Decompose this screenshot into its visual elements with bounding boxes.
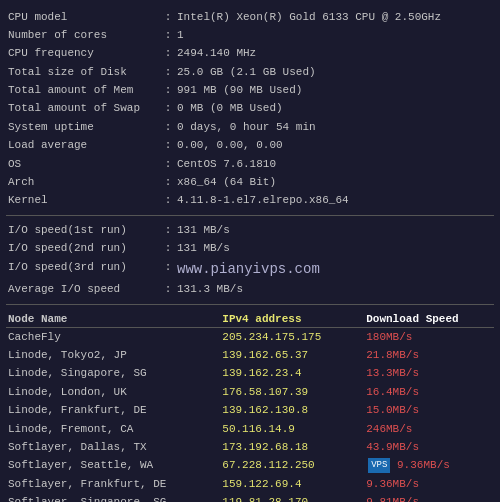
table-row: CPU frequency : 2494.140 MHz: [6, 45, 494, 63]
node-speed: VPS 9.36MB/s: [356, 457, 494, 476]
row-colon: :: [161, 137, 175, 155]
table-row: Number of cores : 1: [6, 26, 494, 44]
row-label: Total amount of Swap: [6, 100, 161, 118]
row-value: www.pianyivps.com: [175, 258, 494, 281]
col-header-speed: Download Speed: [356, 311, 494, 328]
row-label: OS: [6, 155, 161, 173]
row-label: Load average: [6, 137, 161, 155]
row-value: Intel(R) Xeon(R) Gold 6133 CPU @ 2.50GHz: [175, 8, 494, 26]
row-value: 131 MB/s: [175, 240, 494, 258]
node-speed: 9.36MB/s: [356, 475, 494, 493]
list-item: Softlayer, Seattle, WA 67.228.112.250 VP…: [6, 457, 494, 476]
list-item: Linode, London, UK 176.58.107.39 16.4MB/…: [6, 383, 494, 401]
row-colon: :: [161, 174, 175, 192]
row-value: CentOS 7.6.1810: [175, 155, 494, 173]
row-value: 991 MB (90 MB Used): [175, 82, 494, 100]
node-name: Linode, Frankfurt, DE: [6, 402, 220, 420]
row-label: Average I/O speed: [6, 281, 161, 299]
row-colon: :: [161, 281, 175, 299]
node-ip: 159.122.69.4: [220, 475, 356, 493]
row-value: x86_64 (64 Bit): [175, 174, 494, 192]
row-value: 131 MB/s: [175, 221, 494, 239]
node-name: Softlayer, Dallas, TX: [6, 438, 220, 456]
node-speed: 15.0MB/s: [356, 402, 494, 420]
row-colon: :: [161, 8, 175, 26]
divider-1: [6, 215, 494, 216]
table-row: OS : CentOS 7.6.1810: [6, 155, 494, 173]
row-label: System uptime: [6, 118, 161, 136]
watermark: www.pianyivps.com: [177, 261, 320, 277]
row-label: I/O speed(1st run): [6, 221, 161, 239]
node-speed: 16.4MB/s: [356, 383, 494, 401]
node-speed: 180MB/s: [356, 328, 494, 347]
table-row: Total size of Disk : 25.0 GB (2.1 GB Use…: [6, 63, 494, 81]
list-item: Softlayer, Frankfurt, DE 159.122.69.4 9.…: [6, 475, 494, 493]
node-ip: 205.234.175.175: [220, 328, 356, 347]
row-value: 0.00, 0.00, 0.00: [175, 137, 494, 155]
list-item: CacheFly 205.234.175.175 180MB/s: [6, 328, 494, 347]
row-colon: :: [161, 118, 175, 136]
table-row: CPU model : Intel(R) Xeon(R) Gold 6133 C…: [6, 8, 494, 26]
table-row: Total amount of Swap : 0 MB (0 MB Used): [6, 100, 494, 118]
table-row: Arch : x86_64 (64 Bit): [6, 174, 494, 192]
node-name: Softlayer, Singapore, SG: [6, 494, 220, 502]
row-label: Kernel: [6, 192, 161, 210]
divider-2: [6, 304, 494, 305]
node-name: Softlayer, Seattle, WA: [6, 457, 220, 476]
row-colon: :: [161, 100, 175, 118]
table-row: System uptime : 0 days, 0 hour 54 min: [6, 118, 494, 136]
row-value: 0 days, 0 hour 54 min: [175, 118, 494, 136]
node-name: Softlayer, Frankfurt, DE: [6, 475, 220, 493]
row-colon: :: [161, 192, 175, 210]
row-label: I/O speed(2nd run): [6, 240, 161, 258]
node-ip: 67.228.112.250: [220, 457, 356, 476]
node-speed: 246MB/s: [356, 420, 494, 438]
row-label: Total size of Disk: [6, 63, 161, 81]
list-item: Linode, Frankfurt, DE 139.162.130.8 15.0…: [6, 402, 494, 420]
row-value: 25.0 GB (2.1 GB Used): [175, 63, 494, 81]
node-speed: 43.9MB/s: [356, 438, 494, 456]
row-label: CPU model: [6, 8, 161, 26]
table-row: I/O speed(2nd run) : 131 MB/s: [6, 240, 494, 258]
row-label: I/O speed(3rd run): [6, 258, 161, 281]
row-colon: :: [161, 45, 175, 63]
col-header-ip: IPv4 address: [220, 311, 356, 328]
table-row: Average I/O speed : 131.3 MB/s: [6, 281, 494, 299]
list-item: Softlayer, Dallas, TX 173.192.68.18 43.9…: [6, 438, 494, 456]
node-name: Linode, London, UK: [6, 383, 220, 401]
col-header-node: Node Name: [6, 311, 220, 328]
node-speed: 9.81MB/s: [356, 494, 494, 502]
row-value: 2494.140 MHz: [175, 45, 494, 63]
row-colon: :: [161, 240, 175, 258]
table-row: Load average : 0.00, 0.00, 0.00: [6, 137, 494, 155]
node-name: Linode, Singapore, SG: [6, 365, 220, 383]
node-name: Linode, Tokyo2, JP: [6, 346, 220, 364]
row-value: 1: [175, 26, 494, 44]
table-row: I/O speed(1st run) : 131 MB/s: [6, 221, 494, 239]
table-row: I/O speed(3rd run) : www.pianyivps.com: [6, 258, 494, 281]
node-ip: 173.192.68.18: [220, 438, 356, 456]
row-colon: :: [161, 221, 175, 239]
list-item: Linode, Tokyo2, JP 139.162.65.37 21.8MB/…: [6, 346, 494, 364]
row-label: CPU frequency: [6, 45, 161, 63]
node-name: CacheFly: [6, 328, 220, 347]
node-ip: 139.162.23.4: [220, 365, 356, 383]
system-info-table: CPU model : Intel(R) Xeon(R) Gold 6133 C…: [6, 8, 494, 210]
row-value: 0 MB (0 MB Used): [175, 100, 494, 118]
row-value: 131.3 MB/s: [175, 281, 494, 299]
row-colon: :: [161, 63, 175, 81]
node-speed: 21.8MB/s: [356, 346, 494, 364]
io-table: I/O speed(1st run) : 131 MB/s I/O speed(…: [6, 221, 494, 299]
list-item: Linode, Fremont, CA 50.116.14.9 246MB/s: [6, 420, 494, 438]
row-value: 4.11.8-1.el7.elrepo.x86_64: [175, 192, 494, 210]
node-ip: 50.116.14.9: [220, 420, 356, 438]
node-ip: 139.162.130.8: [220, 402, 356, 420]
node-name: Linode, Fremont, CA: [6, 420, 220, 438]
row-label: Arch: [6, 174, 161, 192]
list-item: Softlayer, Singapore, SG 119.81.28.170 9…: [6, 494, 494, 502]
node-speed-table: Node Name IPv4 address Download Speed Ca…: [6, 311, 494, 502]
row-colon: :: [161, 82, 175, 100]
table-row: Total amount of Mem : 991 MB (90 MB Used…: [6, 82, 494, 100]
row-label: Total amount of Mem: [6, 82, 161, 100]
row-colon: :: [161, 26, 175, 44]
